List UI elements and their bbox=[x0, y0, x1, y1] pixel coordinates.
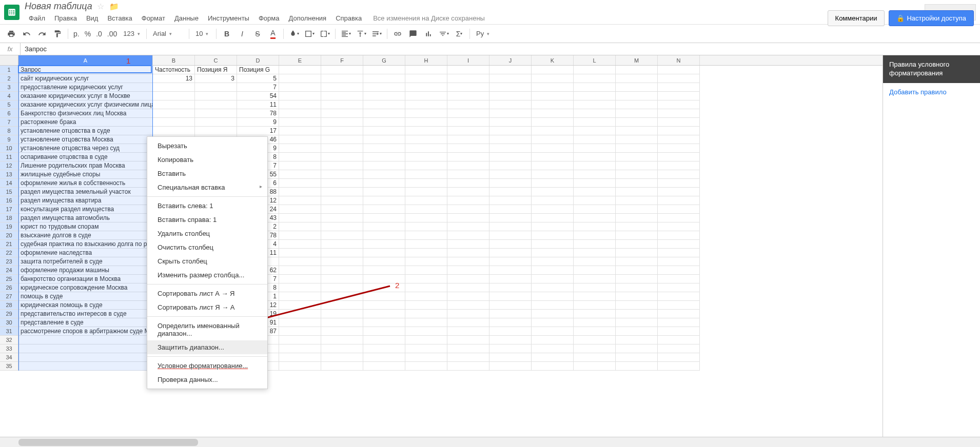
cell[interactable] bbox=[658, 83, 700, 92]
cell[interactable] bbox=[321, 161, 363, 170]
cell[interactable] bbox=[489, 127, 532, 135]
cell[interactable] bbox=[363, 353, 405, 362]
cell[interactable] bbox=[532, 222, 574, 231]
cell[interactable]: расторжение брака bbox=[18, 118, 153, 127]
increase-decimal[interactable]: .00 bbox=[105, 27, 119, 40]
cell[interactable]: жилищные судебные споры bbox=[18, 170, 153, 179]
cell[interactable] bbox=[405, 74, 447, 83]
col-header-J[interactable]: J bbox=[489, 55, 532, 65]
cell[interactable] bbox=[447, 92, 489, 100]
cell[interactable] bbox=[279, 344, 321, 353]
cell[interactable] bbox=[321, 144, 363, 153]
cell[interactable] bbox=[279, 83, 321, 92]
cell[interactable] bbox=[447, 362, 489, 371]
cell[interactable] bbox=[405, 196, 447, 205]
cell[interactable] bbox=[405, 249, 447, 257]
row-header[interactable]: 32 bbox=[0, 336, 18, 344]
cell[interactable] bbox=[489, 170, 532, 179]
cell[interactable]: 78 bbox=[237, 109, 279, 118]
cell[interactable] bbox=[658, 118, 700, 127]
context-menu-item[interactable]: Сортировать лист Я → А bbox=[147, 300, 267, 314]
cell[interactable] bbox=[658, 362, 700, 371]
cell[interactable] bbox=[574, 144, 616, 153]
cell[interactable] bbox=[658, 92, 700, 100]
cell[interactable] bbox=[405, 275, 447, 283]
cell[interactable] bbox=[153, 127, 195, 135]
cell[interactable] bbox=[279, 275, 321, 283]
cell[interactable] bbox=[447, 170, 489, 179]
cell[interactable] bbox=[405, 344, 447, 353]
cell[interactable] bbox=[447, 327, 489, 336]
cell[interactable]: 7 bbox=[237, 83, 279, 92]
row-header[interactable]: 21 bbox=[0, 240, 18, 249]
cell[interactable] bbox=[658, 344, 700, 353]
context-menu-item[interactable]: Удалить столбец bbox=[147, 227, 267, 240]
cell[interactable]: 11 bbox=[237, 100, 279, 109]
cell[interactable] bbox=[616, 327, 658, 336]
paint-format-icon[interactable] bbox=[50, 27, 65, 40]
cell[interactable]: предоставление юридических услуг bbox=[18, 83, 153, 92]
cell[interactable] bbox=[532, 231, 574, 240]
cell[interactable] bbox=[616, 336, 658, 344]
print-icon[interactable] bbox=[4, 27, 18, 40]
cell[interactable] bbox=[321, 344, 363, 353]
row-header[interactable]: 7 bbox=[0, 118, 18, 127]
cell[interactable] bbox=[574, 310, 616, 318]
cell[interactable] bbox=[279, 109, 321, 118]
cell[interactable] bbox=[18, 353, 153, 362]
cell[interactable] bbox=[574, 153, 616, 161]
cell[interactable] bbox=[279, 266, 321, 275]
borders-button[interactable]: ▾ bbox=[302, 27, 317, 40]
cell[interactable] bbox=[616, 231, 658, 240]
cell[interactable] bbox=[279, 170, 321, 179]
cell[interactable]: 54 bbox=[237, 92, 279, 100]
context-menu-item[interactable]: Сортировать лист А → Я bbox=[147, 287, 267, 300]
cell[interactable] bbox=[658, 249, 700, 257]
menu-вставка[interactable]: Вставка bbox=[103, 13, 136, 24]
cell[interactable] bbox=[363, 257, 405, 266]
context-menu-item[interactable]: Изменить размер столбца... bbox=[147, 268, 267, 282]
cell[interactable] bbox=[616, 179, 658, 188]
cell[interactable] bbox=[489, 214, 532, 222]
cell[interactable] bbox=[321, 205, 363, 214]
cell[interactable] bbox=[363, 92, 405, 100]
cell[interactable] bbox=[658, 170, 700, 179]
cell[interactable] bbox=[489, 118, 532, 127]
cell[interactable] bbox=[574, 196, 616, 205]
row-header[interactable]: 4 bbox=[0, 92, 18, 100]
cell[interactable] bbox=[321, 310, 363, 318]
cell[interactable]: установление отцовства через суд bbox=[18, 144, 153, 153]
cell[interactable]: Частотность bbox=[153, 66, 195, 74]
cell[interactable] bbox=[279, 257, 321, 266]
cell[interactable] bbox=[405, 153, 447, 161]
cell[interactable] bbox=[574, 188, 616, 196]
cell[interactable] bbox=[532, 144, 574, 153]
cell[interactable] bbox=[532, 109, 574, 118]
row-header[interactable]: 16 bbox=[0, 196, 18, 205]
row-header[interactable]: 19 bbox=[0, 222, 18, 231]
cell[interactable] bbox=[321, 109, 363, 118]
font-select[interactable]: Arial bbox=[150, 27, 186, 40]
cell[interactable] bbox=[321, 336, 363, 344]
cell[interactable] bbox=[321, 283, 363, 292]
cell[interactable] bbox=[447, 100, 489, 109]
cell[interactable] bbox=[532, 283, 574, 292]
cell[interactable] bbox=[532, 292, 574, 301]
cell[interactable] bbox=[616, 344, 658, 353]
cell[interactable] bbox=[321, 214, 363, 222]
cell[interactable] bbox=[279, 74, 321, 83]
number-format[interactable]: 123 bbox=[120, 27, 143, 40]
cell[interactable] bbox=[574, 161, 616, 170]
cell[interactable] bbox=[321, 249, 363, 257]
col-header-I[interactable]: I bbox=[447, 55, 489, 65]
text-color-button[interactable]: A bbox=[266, 27, 280, 40]
col-header-N[interactable]: N bbox=[658, 55, 700, 65]
cell[interactable] bbox=[658, 318, 700, 327]
chart-button[interactable] bbox=[421, 27, 436, 40]
cell[interactable] bbox=[489, 205, 532, 214]
cell[interactable] bbox=[363, 310, 405, 318]
cell[interactable] bbox=[195, 92, 237, 100]
row-header[interactable]: 31 bbox=[0, 327, 18, 336]
cell[interactable]: Позиция G bbox=[237, 66, 279, 74]
cell[interactable] bbox=[489, 179, 532, 188]
